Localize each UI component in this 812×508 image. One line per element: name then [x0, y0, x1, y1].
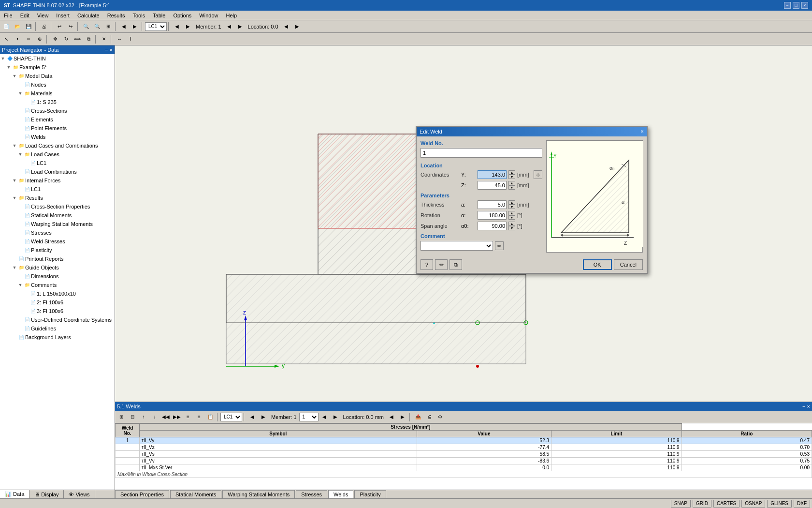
rot-spin-down[interactable]: ▼ — [508, 215, 515, 220]
menu-edit[interactable]: Edit — [16, 12, 33, 19]
node-btn[interactable]: • — [12, 34, 23, 45]
weld-no-input[interactable] — [420, 148, 542, 158]
comment-select[interactable] — [420, 241, 493, 251]
element-btn[interactable]: ━ — [23, 34, 34, 45]
tree-item-point-elements[interactable]: 📄Point Elements — [0, 124, 115, 133]
close-btn[interactable]: × — [801, 2, 808, 9]
menu-view[interactable]: View — [33, 12, 53, 19]
expand-shape-thin[interactable]: ▼ — [0, 56, 6, 61]
bottom-tab-plasticity[interactable]: Plasticity — [354, 490, 386, 498]
bt-lprev[interactable]: ◀ — [386, 412, 397, 422]
z-coordinate-input[interactable] — [478, 181, 507, 190]
dialog-title-bar[interactable]: Edit Weld × — [417, 127, 647, 136]
bt-member-combo[interactable]: 1 — [299, 413, 319, 421]
bt-btn3[interactable]: ↑ — [138, 412, 149, 422]
expand-results[interactable]: ▼ — [12, 195, 17, 200]
table-row[interactable]: τII_Vs 58.5 110.9 0.53 — [116, 451, 812, 458]
tree-item-model-data[interactable]: ▼📁Model Data — [0, 72, 115, 80]
menu-table[interactable]: Table — [149, 12, 169, 19]
tree-item-lc1[interactable]: 📄LC1 — [0, 159, 115, 167]
bt-btn4[interactable]: ↓ — [149, 412, 160, 422]
dimension-btn[interactable]: ↔ — [114, 34, 125, 45]
member-next[interactable]: ▶ — [235, 21, 246, 32]
bottom-tab-section-properties[interactable]: Section Properties — [115, 490, 169, 498]
bt-settings[interactable]: ⚙ — [435, 412, 446, 422]
tree-item-comment1[interactable]: 📄1: L 150x100x10 — [0, 289, 115, 298]
tree-item-weld-stresses[interactable]: 📄Weld Stresses — [0, 237, 115, 246]
y-spin-up[interactable]: ▲ — [508, 170, 515, 175]
tree-item-if-lc1[interactable]: 📄LC1 — [0, 185, 115, 194]
nav-next[interactable]: ▶ — [183, 21, 193, 32]
tree-item-load-combinations[interactable]: 📄Load Combinations — [0, 167, 115, 176]
delete-btn[interactable]: ✕ — [99, 34, 109, 45]
bt-prev[interactable]: ◀ — [247, 412, 258, 422]
y-spin-down[interactable]: ▼ — [508, 175, 515, 179]
open-btn[interactable]: 📂 — [12, 21, 23, 32]
minimize-btn[interactable]: − — [784, 2, 791, 9]
expand-model-data[interactable]: ▼ — [12, 74, 17, 78]
loc-next[interactable]: ▶ — [292, 21, 303, 32]
cancel-button[interactable]: Cancel — [614, 259, 643, 270]
save-btn[interactable]: 💾 — [23, 21, 34, 32]
comment-edit-btn[interactable]: ✏ — [495, 241, 504, 250]
expand-example5[interactable]: ▼ — [6, 65, 12, 70]
status-osnap[interactable]: OSNAP — [741, 500, 765, 508]
move-btn[interactable]: ✥ — [50, 34, 60, 45]
select-btn[interactable]: ↖ — [1, 34, 12, 45]
tree-item-load-cases-combo[interactable]: ▼📁Load Cases and Combinations — [0, 141, 115, 150]
thickness-input[interactable] — [478, 200, 507, 209]
span-spin-up[interactable]: ▲ — [508, 222, 515, 226]
lc-combo[interactable]: LC1 — [145, 22, 167, 31]
bt-mprev[interactable]: ◀ — [319, 412, 330, 422]
menu-options[interactable]: Options — [169, 12, 195, 19]
a-spin-up[interactable]: ▲ — [508, 200, 515, 205]
weld-btn[interactable]: ⊕ — [34, 34, 45, 45]
bt-btn5[interactable]: ◀◀ — [160, 412, 171, 422]
bt-btn7[interactable]: ≡ — [183, 412, 193, 422]
span-angle-input[interactable] — [478, 222, 507, 230]
tree-item-example5[interactable]: ▼📁Example-5* — [0, 63, 115, 72]
prev-btn[interactable]: ◀ — [118, 21, 129, 32]
bt-print[interactable]: 🖨 — [424, 412, 435, 422]
tree-item-comments[interactable]: ▼📁Comments — [0, 281, 115, 289]
span-spin-down[interactable]: ▼ — [508, 226, 515, 230]
tree-item-background-layers[interactable]: 📄Background Layers — [0, 333, 115, 342]
tree-item-materials[interactable]: ▼📁Materials — [0, 89, 115, 98]
tree-item-elements[interactable]: 📄Elements — [0, 115, 115, 124]
table-row[interactable]: τII_Vv -83.6 110.9 0.75 — [116, 458, 812, 464]
menu-results[interactable]: Results — [103, 12, 129, 19]
y-coordinate-input[interactable] — [478, 170, 507, 179]
mirror-btn[interactable]: ⟺ — [72, 34, 83, 45]
bottom-tab-stresses[interactable]: Stresses — [296, 490, 327, 498]
tree-item-guide-objects[interactable]: ▼📁Guide Objects — [0, 263, 115, 272]
expand-load-cases-combo[interactable]: ▼ — [12, 143, 17, 148]
status-cartes[interactable]: CARTES — [713, 500, 740, 508]
tree-item-printout-reports[interactable]: 📄Printout Reports — [0, 254, 115, 263]
edit-icon-btn[interactable]: ✏ — [435, 259, 448, 270]
bt-btn8[interactable]: ≡ — [194, 412, 204, 422]
bt-btn9[interactable]: 📋 — [205, 412, 216, 422]
bt-mnext[interactable]: ▶ — [330, 412, 341, 422]
maximize-btn[interactable]: □ — [793, 2, 799, 9]
copy-btn[interactable]: ⧉ — [83, 34, 94, 45]
bt-next[interactable]: ▶ — [258, 412, 269, 422]
loc-prev[interactable]: ◀ — [281, 21, 291, 32]
zoom-all-btn[interactable]: ⊞ — [103, 21, 114, 32]
copy-icon-btn[interactable]: ⧉ — [450, 259, 462, 270]
nav-tab-views[interactable]: 👁 Views — [64, 490, 95, 498]
menu-help[interactable]: Help — [222, 12, 241, 19]
tree-item-warping-statical[interactable]: 📄Warping Statical Moments — [0, 220, 115, 228]
bt-btn1[interactable]: ⊞ — [116, 412, 127, 422]
rotate-btn[interactable]: ↻ — [61, 34, 72, 45]
table-row[interactable]: τII_Mxs St.Ver 0.0 110.9 0.00 — [116, 464, 812, 471]
status-dxf[interactable]: DXF — [794, 500, 810, 508]
nav-tab-display[interactable]: 🖥 Display — [29, 490, 64, 498]
dialog-close-btn[interactable]: × — [640, 128, 644, 135]
expand-guide-objects[interactable]: ▼ — [12, 265, 17, 270]
tree-item-shape-thin[interactable]: ▼🔷SHAPE-THIN — [0, 54, 115, 63]
tree-item-user-coord-sys[interactable]: 📄User-Defined Coordinate Systems — [0, 315, 115, 324]
bt-btn6[interactable]: ▶▶ — [172, 412, 182, 422]
bottom-tab-statical-moments[interactable]: Statical Moments — [170, 490, 221, 498]
zoom-in-btn[interactable]: 🔍 — [81, 21, 91, 32]
tree-item-load-cases[interactable]: ▼📁Load Cases — [0, 150, 115, 159]
